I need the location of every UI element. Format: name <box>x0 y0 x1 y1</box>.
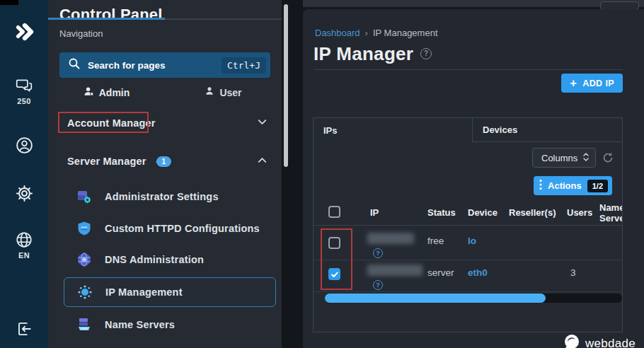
group-account-manager-label: Account Manager <box>67 117 156 129</box>
column-header-ip: IP <box>370 207 379 218</box>
columns-dropdown[interactable]: Columns <box>532 148 596 168</box>
globe-icon <box>15 231 33 249</box>
tab-ips[interactable]: IPs <box>314 118 473 142</box>
tabbar-baseline <box>165 18 282 20</box>
tab-user[interactable]: User <box>165 83 282 101</box>
sidebar-item-label: Name Servers <box>105 319 175 330</box>
stepper-arrows-icon <box>582 152 590 164</box>
column-header-status: Status <box>427 207 456 218</box>
title-help-icon[interactable]: ? <box>420 48 432 59</box>
shield-icon <box>76 221 92 236</box>
top-navbar <box>303 0 644 8</box>
ip-table-panel: IPs Devices Columns <box>313 117 623 332</box>
sidebar-item-partial[interactable] <box>64 342 276 348</box>
navigation-sidebar: Control Panel Navigation Search for page… <box>48 0 282 348</box>
messages-count-badge: 250 <box>17 97 30 105</box>
admin-settings-icon <box>76 189 92 204</box>
gear-icon <box>15 184 34 203</box>
row1-ip-redacted <box>367 233 414 244</box>
sidebar-item-label: DNS Administration <box>105 254 204 265</box>
sidebar-item-administrator-settings[interactable]: Administrator Settings <box>64 182 276 211</box>
column-header-resellers: Reseller(s) <box>509 207 556 218</box>
sidebar-item-name-servers[interactable]: Name Servers <box>64 310 276 340</box>
sidebar-scrollbar[interactable] <box>284 4 288 167</box>
active-tab-underline <box>48 18 165 20</box>
column-header-users: Users <box>567 207 592 218</box>
tab-admin-label: Admin <box>99 87 130 98</box>
group-server-manager[interactable]: Server Manager 1 <box>48 149 282 173</box>
content-surface: Dashboard › IP Management IP Manager? + … <box>303 9 644 348</box>
user-circle-icon <box>15 136 34 155</box>
chevron-down-icon <box>255 115 269 132</box>
corner-notch <box>0 0 18 5</box>
row1-ip-help-icon[interactable]: ? <box>373 248 383 258</box>
plus-icon: + <box>570 77 577 90</box>
row1-checkbox[interactable] <box>328 237 340 249</box>
row2-checkbox[interactable] <box>328 268 340 280</box>
breadcrumb: Dashboard › IP Management <box>315 28 438 38</box>
settings-button[interactable] <box>0 184 48 203</box>
ip-network-icon <box>77 284 93 300</box>
panel-tabbar: IPs Devices <box>314 118 623 142</box>
search-shortcut-badge: Ctrl+J <box>222 57 266 74</box>
account-button[interactable] <box>0 136 48 155</box>
header-divider <box>314 225 623 226</box>
server-manager-badge: 1 <box>156 156 172 167</box>
app-window: 250 <box>0 0 644 348</box>
sidebar-item-label: Administrator Settings <box>105 191 219 202</box>
sidebar-item-label: IP Management <box>105 286 183 298</box>
row1-device-link[interactable]: lo <box>468 236 476 246</box>
footer-brand-name: webdade <box>585 337 636 348</box>
footer-brand: webdade <box>561 333 636 348</box>
dns-globe-icon <box>76 252 92 267</box>
actions-count-badge: 1/2 <box>587 180 608 192</box>
language-label: EN <box>18 251 30 260</box>
sidebar-tabbar: Admin User <box>48 83 282 101</box>
dots-vertical-icon <box>539 179 542 192</box>
row2-device-link[interactable]: eth0 <box>468 267 488 278</box>
column-header-device: Device <box>468 207 498 218</box>
group-account-manager[interactable]: Account Manager <box>48 111 282 135</box>
admin-user-icon <box>84 86 94 99</box>
server-stack-icon <box>76 317 92 332</box>
webdade-logo-icon <box>561 333 582 348</box>
row2-ip-help-icon[interactable]: ? <box>373 280 383 290</box>
breadcrumb-separator-icon: › <box>365 28 368 38</box>
search-placeholder: Search for pages <box>88 60 222 71</box>
logout-button[interactable] <box>0 320 48 338</box>
sidebar-item-ip-management[interactable]: IP Management <box>64 277 276 307</box>
user-icon <box>205 86 214 98</box>
tab-admin[interactable]: Admin <box>48 83 165 101</box>
title-divider <box>314 69 623 70</box>
tab-devices[interactable]: Devices <box>473 118 623 142</box>
sidebar-subtitle: Navigation <box>59 28 103 39</box>
breadcrumb-current: IP Management <box>373 28 438 38</box>
select-all-checkbox[interactable] <box>328 206 340 218</box>
sidebar-item-custom-httpd[interactable]: Custom HTTPD Configurations <box>64 214 276 243</box>
sidebar-title: Control Panel <box>59 6 163 24</box>
sidebar-item-dns-administration[interactable]: DNS Administration <box>64 245 276 274</box>
messages-button[interactable]: 250 <box>0 76 48 105</box>
search-input[interactable]: Search for pages Ctrl+J <box>59 52 270 78</box>
refresh-button[interactable] <box>602 152 614 163</box>
table-hscrollbar-track <box>325 294 622 303</box>
add-ip-button[interactable]: + ADD IP <box>561 74 623 93</box>
row-divider <box>314 291 623 292</box>
language-button[interactable]: EN <box>0 231 48 260</box>
breadcrumb-dashboard-link[interactable]: Dashboard <box>315 28 360 38</box>
chat-bubbles-icon <box>15 76 33 95</box>
brand-logo-icon[interactable] <box>11 18 38 45</box>
chevron-up-icon <box>255 153 269 170</box>
logout-icon <box>15 320 33 338</box>
main-content: Dashboard › IP Management IP Manager? + … <box>303 0 644 348</box>
row1-status: free <box>427 236 444 246</box>
page-title: IP Manager? <box>314 43 432 65</box>
sidebar-item-label: Custom HTTPD Configurations <box>105 223 260 234</box>
icon-rail: 250 <box>0 0 48 348</box>
group-server-manager-label: Server Manager <box>67 156 146 167</box>
tab-user-label: User <box>219 87 241 98</box>
table-hscrollbar-thumb[interactable] <box>325 294 546 303</box>
column-header-name-servers: Name Servers <box>599 202 623 224</box>
row2-users: 3 <box>570 267 576 278</box>
actions-button[interactable]: Actions 1/2 <box>534 176 612 195</box>
